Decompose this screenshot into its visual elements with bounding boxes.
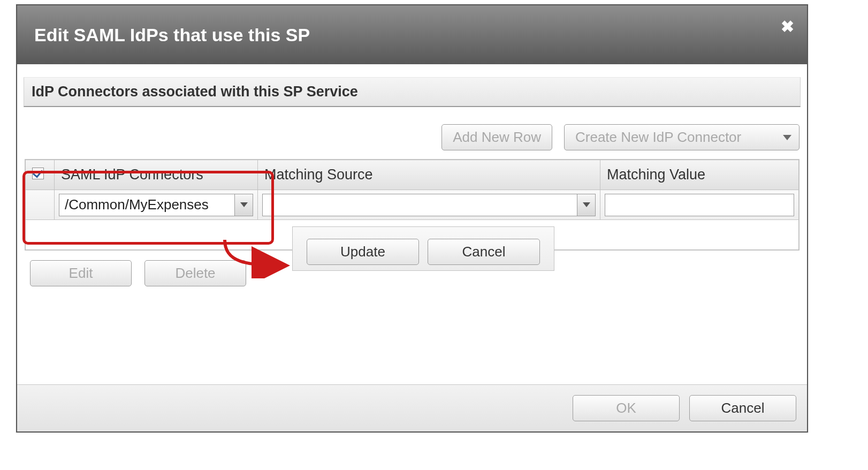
ok-button[interactable]: OK bbox=[573, 395, 680, 421]
header-checkbox-cell bbox=[26, 160, 55, 190]
section-header: IdP Connectors associated with this SP S… bbox=[24, 77, 801, 107]
action-row: Update Cancel bbox=[26, 220, 799, 250]
delete-button[interactable]: Delete bbox=[144, 260, 246, 286]
table-header-row: SAML IdP Connectors Matching Source Matc… bbox=[26, 160, 799, 190]
row-value-cell bbox=[600, 190, 799, 220]
toolbar: Add New Row Create New IdP Connector bbox=[24, 107, 801, 159]
update-button[interactable]: Update bbox=[307, 239, 419, 265]
cancel-inline-button[interactable]: Cancel bbox=[428, 239, 540, 265]
chevron-down-icon bbox=[583, 202, 590, 207]
header-matching-value[interactable]: Matching Value bbox=[600, 160, 799, 190]
add-row-button[interactable]: Add New Row bbox=[441, 124, 552, 150]
chevron-down-icon bbox=[240, 202, 248, 207]
matching-source-toggle[interactable] bbox=[577, 194, 595, 216]
dialog-header: Edit SAML IdPs that use this SP ✖ bbox=[17, 5, 807, 64]
connector-select-toggle[interactable] bbox=[234, 194, 253, 216]
table-row: /Common/MyExpenses bbox=[26, 190, 799, 220]
select-all-checkbox[interactable] bbox=[32, 168, 44, 179]
row-source-cell bbox=[258, 190, 600, 220]
caret-down-icon bbox=[783, 135, 791, 140]
dialog-body: IdP Connectors associated with this SP S… bbox=[17, 64, 807, 384]
inline-action-panel: Update Cancel bbox=[292, 226, 554, 271]
row-check-cell bbox=[26, 190, 55, 220]
matching-value-input[interactable] bbox=[605, 194, 794, 216]
row-connector-cell: /Common/MyExpenses bbox=[55, 190, 258, 220]
connector-select-value: /Common/MyExpenses bbox=[59, 196, 234, 213]
header-connectors[interactable]: SAML IdP Connectors bbox=[55, 160, 258, 190]
edit-button[interactable]: Edit bbox=[30, 260, 132, 286]
cancel-button[interactable]: Cancel bbox=[689, 395, 796, 421]
matching-source-select[interactable] bbox=[262, 194, 596, 216]
saml-idp-dialog: Edit SAML IdPs that use this SP ✖ IdP Co… bbox=[16, 4, 808, 433]
connector-select[interactable]: /Common/MyExpenses bbox=[59, 194, 253, 216]
create-idp-connector-button[interactable]: Create New IdP Connector bbox=[564, 124, 800, 150]
dialog-title: Edit SAML IdPs that use this SP bbox=[34, 25, 310, 46]
header-matching-source[interactable]: Matching Source bbox=[258, 160, 600, 190]
connector-table: SAML IdP Connectors Matching Source Matc… bbox=[25, 159, 800, 251]
create-idp-connector-label: Create New IdP Connector bbox=[575, 129, 741, 146]
close-icon[interactable]: ✖ bbox=[781, 17, 794, 36]
dialog-footer: OK Cancel bbox=[17, 384, 807, 431]
